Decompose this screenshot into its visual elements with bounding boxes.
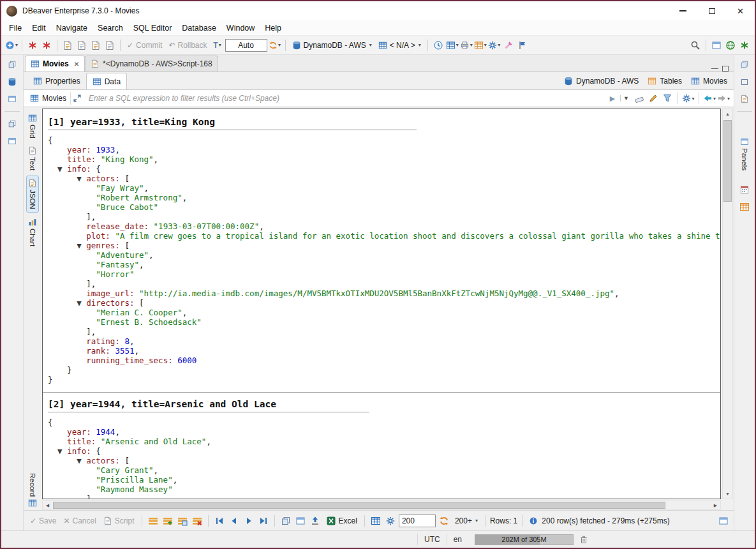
gc-trash-icon[interactable]	[577, 532, 590, 546]
database-navigator-icon[interactable]	[6, 75, 19, 89]
print-icon[interactable]: ▾	[460, 38, 473, 52]
export-data-icon[interactable]	[309, 514, 322, 528]
view-tab-chart[interactable]: Chart	[27, 215, 38, 249]
memory-usage-bar[interactable]: 202M of 305M	[475, 534, 574, 545]
menu-file[interactable]: File	[4, 22, 27, 34]
breadcrumb-table-movies[interactable]: Movies	[691, 77, 727, 86]
json-viewer[interactable]: [1] year=1933, title=King Kong{ year: 19…	[42, 109, 721, 499]
metadata-panel-icon[interactable]	[738, 200, 751, 214]
transaction-history-icon[interactable]: ▾	[269, 38, 281, 52]
projects-panel-icon[interactable]	[6, 92, 19, 106]
tab-properties[interactable]: Properties	[27, 73, 86, 89]
maximize-button[interactable]	[697, 1, 726, 20]
clear-filter-icon[interactable]	[633, 91, 646, 105]
new-connection-icon[interactable]: ▾	[5, 38, 18, 52]
restore-output-icon[interactable]	[6, 117, 19, 131]
breadcrumb-connection[interactable]: DynamoDB - AWS	[564, 77, 639, 86]
commit-button[interactable]: ✓Commit	[124, 41, 165, 50]
bookmark-icon[interactable]	[516, 38, 529, 52]
schema-selector[interactable]: < N/A > ▾	[376, 41, 424, 50]
scroll-down-icon[interactable]: ▼	[723, 489, 732, 499]
vertical-scrollbar[interactable]: ▲ ▼	[722, 109, 733, 499]
menu-search[interactable]: Search	[93, 22, 128, 34]
config-gear-icon[interactable]	[384, 514, 397, 528]
recent-sql-icon[interactable]	[103, 38, 116, 52]
open-perspective-icon[interactable]	[710, 38, 723, 52]
expand-filter-icon[interactable]	[71, 91, 84, 105]
edit-filter-icon[interactable]	[647, 91, 660, 105]
next-row-icon[interactable]	[242, 514, 255, 528]
breadcrumb-tables[interactable]: Tables	[648, 77, 682, 86]
horizontal-scrollbar[interactable]: ◀ ▶	[42, 500, 721, 510]
disconnect-icon[interactable]	[26, 38, 39, 52]
sql-editor-icon[interactable]	[61, 38, 74, 52]
menu-sql-editor[interactable]: SQL Editor	[128, 22, 177, 34]
restore-navigator-icon[interactable]	[6, 57, 19, 71]
editor-tab-movies[interactable]: Movies ✕	[25, 56, 85, 71]
view-tab-text[interactable]: Text	[27, 144, 38, 173]
refresh-icon[interactable]	[438, 514, 450, 528]
horizontal-scroll-thumb[interactable]	[53, 502, 665, 509]
scroll-right-icon[interactable]: ▶	[711, 501, 720, 509]
menu-edit[interactable]: Edit	[27, 22, 51, 34]
add-row-icon[interactable]	[161, 514, 174, 528]
sql-templates-icon[interactable]	[738, 92, 751, 106]
fetch-size-input[interactable]	[399, 515, 436, 527]
menu-window[interactable]: Window	[221, 22, 260, 34]
grid-settings-icon[interactable]	[369, 514, 382, 528]
output-panel-icon[interactable]	[6, 134, 19, 148]
last-row-icon[interactable]	[257, 514, 270, 528]
scroll-up-icon[interactable]: ▲	[723, 109, 732, 119]
focus-cell-icon[interactable]	[294, 514, 307, 528]
toggle-mode-icon[interactable]	[279, 514, 292, 528]
scroll-left-icon[interactable]: ◀	[43, 501, 52, 509]
vertical-scroll-thumb[interactable]	[723, 120, 732, 202]
delete-row-icon[interactable]	[191, 514, 204, 528]
install-new-icon[interactable]	[738, 38, 751, 52]
editor-tab-script[interactable]: *<DynamoDB - AWS>Script-168	[85, 56, 218, 71]
web-browser-icon[interactable]	[724, 38, 737, 52]
commit-mode-select[interactable]: Auto	[225, 39, 267, 52]
first-row-icon[interactable]	[213, 514, 226, 528]
save-button[interactable]: ✓Save	[27, 516, 59, 525]
excel-export-button[interactable]: Excel	[323, 516, 360, 526]
maximize-panel-icon[interactable]	[738, 75, 751, 89]
fetch-more-button[interactable]: 200+▾	[452, 516, 480, 525]
cancel-button[interactable]: ✕Cancel	[61, 516, 98, 525]
menu-help[interactable]: Help	[260, 22, 286, 34]
close-tab-icon[interactable]: ✕	[74, 61, 79, 68]
nav-forward-icon[interactable]: ▾	[717, 91, 730, 105]
new-sql-editor-icon[interactable]	[75, 38, 88, 52]
view-tab-record[interactable]: Record	[27, 470, 38, 510]
previous-row-icon[interactable]	[228, 514, 241, 528]
export-grid-icon[interactable]: ▾	[446, 38, 459, 52]
filter-input[interactable]	[84, 94, 606, 103]
search-icon[interactable]	[689, 38, 702, 52]
menu-database[interactable]: Database	[177, 22, 221, 34]
clean-icon[interactable]	[502, 38, 515, 52]
panels-toggle[interactable]: Panels	[739, 135, 750, 173]
time-icon[interactable]	[432, 38, 445, 52]
restore-panel-icon[interactable]	[738, 57, 751, 71]
calendar-panel-icon[interactable]	[738, 183, 751, 197]
minimize-button[interactable]	[669, 1, 697, 20]
transaction-log-icon[interactable]: T▾	[211, 38, 224, 52]
maintenance-icon[interactable]: ▾	[488, 38, 501, 52]
filter-table-label[interactable]: Movies	[26, 92, 71, 105]
connection-selector[interactable]: DynamoDB - AWS ▾	[290, 41, 374, 50]
filter-settings-icon[interactable]: ▾	[682, 91, 695, 105]
open-sql-script-icon[interactable]	[89, 38, 102, 52]
apply-filter-icon[interactable]: ▶	[606, 91, 619, 105]
reconnect-icon[interactable]	[40, 38, 53, 52]
view-mode-icon[interactable]: ▾	[474, 38, 487, 52]
rollback-button[interactable]: ↶Rollback	[166, 41, 209, 50]
custom-filter-icon[interactable]	[661, 91, 674, 105]
view-tab-json[interactable]: JSON	[26, 176, 39, 213]
copy-row-icon[interactable]	[176, 514, 189, 528]
tab-data[interactable]: Data	[86, 73, 127, 89]
toggle-panels-icon[interactable]	[717, 514, 730, 528]
minimize-editor-icon[interactable]	[711, 68, 718, 70]
close-button[interactable]: ✕	[726, 1, 755, 20]
edit-value-icon[interactable]	[147, 514, 159, 528]
menu-navigate[interactable]: Navigate	[51, 22, 93, 34]
